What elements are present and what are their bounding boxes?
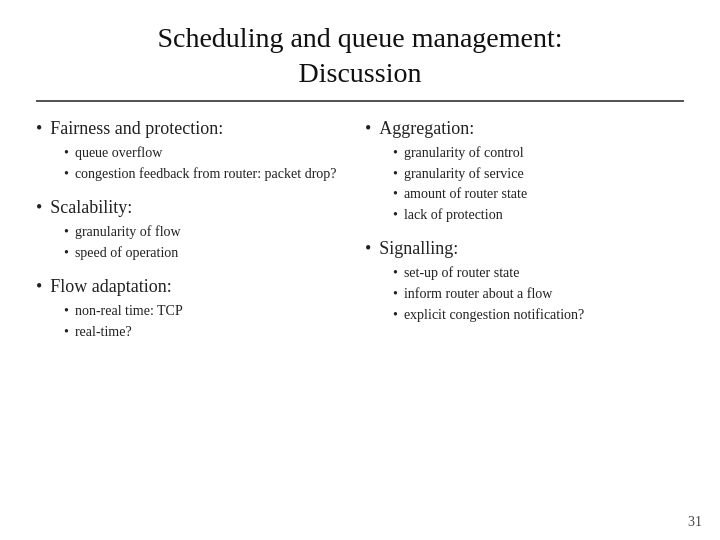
left-sub-0: • queue overflow • congestion feedback f… [64,143,355,183]
right-item-0: • Aggregation: • granularity of control … [365,118,684,230]
sub-bullet-icon: • [393,184,398,204]
sub-bullet-icon: • [393,263,398,283]
sub-text: real-time? [75,322,132,342]
sub-text: non-real time: TCP [75,301,183,321]
bullet-dot: • [36,276,42,297]
bullet-dot: • [365,238,371,259]
bullet-dot: • [36,118,42,139]
left-label-0: Fairness and protection: [50,118,223,139]
sub-text: speed of operation [75,243,178,263]
sub-bullet-icon: • [64,143,69,163]
sub-bullet-icon: • [64,222,69,242]
list-item: • inform router about a flow [393,284,684,304]
right-column: • Aggregation: • granularity of control … [365,118,684,520]
sub-bullet-icon: • [393,143,398,163]
list-item: • non-real time: TCP [64,301,355,321]
left-item-0: • Fairness and protection: • queue overf… [36,118,355,189]
sub-text: amount of router state [404,184,527,204]
title-line2: Discussion [299,57,422,88]
list-item: • real-time? [64,322,355,342]
list-item: • congestion feedback from router: packe… [64,164,355,184]
left-sub-2: • non-real time: TCP • real-time? [64,301,355,341]
right-bullet-1: • Signalling: [365,238,684,259]
sub-bullet-icon: • [64,322,69,342]
sub-text: inform router about a flow [404,284,553,304]
sub-bullet-icon: • [393,284,398,304]
list-item: • granularity of flow [64,222,355,242]
list-item: • queue overflow [64,143,355,163]
bullet-dot: • [365,118,371,139]
sub-text: queue overflow [75,143,162,163]
right-sub-0: • granularity of control • granularity o… [393,143,684,224]
right-label-0: Aggregation: [379,118,474,139]
sub-bullet-icon: • [393,305,398,325]
list-item: • granularity of service [393,164,684,184]
title-area: Scheduling and queue management: Discuss… [36,20,684,102]
sub-bullet-icon: • [64,164,69,184]
right-sub-1: • set-up of router state • inform router… [393,263,684,324]
list-item: • granularity of control [393,143,684,163]
list-item: • lack of protection [393,205,684,225]
sub-text: granularity of service [404,164,524,184]
sub-bullet-icon: • [64,243,69,263]
page-number: 31 [688,514,702,530]
right-item-1: • Signalling: • set-up of router state •… [365,238,684,330]
sub-bullet-icon: • [64,301,69,321]
bullet-dot: • [36,197,42,218]
sub-text: congestion feedback from router: packet … [75,164,337,184]
left-item-1: • Scalability: • granularity of flow • s… [36,197,355,268]
left-bullet-2: • Flow adaptation: [36,276,355,297]
title-line1: Scheduling and queue management: [157,22,562,53]
left-item-2: • Flow adaptation: • non-real time: TCP … [36,276,355,347]
slide-title: Scheduling and queue management: Discuss… [36,20,684,90]
slide: Scheduling and queue management: Discuss… [0,0,720,540]
sub-text: granularity of flow [75,222,181,242]
left-label-2: Flow adaptation: [50,276,171,297]
left-bullet-0: • Fairness and protection: [36,118,355,139]
sub-bullet-icon: • [393,205,398,225]
sub-bullet-icon: • [393,164,398,184]
right-label-1: Signalling: [379,238,458,259]
content-columns: • Fairness and protection: • queue overf… [36,118,684,520]
list-item: • set-up of router state [393,263,684,283]
list-item: • explicit congestion notification? [393,305,684,325]
right-bullet-0: • Aggregation: [365,118,684,139]
left-column: • Fairness and protection: • queue overf… [36,118,355,520]
left-bullet-1: • Scalability: [36,197,355,218]
left-sub-1: • granularity of flow • speed of operati… [64,222,355,262]
left-label-1: Scalability: [50,197,132,218]
list-item: • speed of operation [64,243,355,263]
list-item: • amount of router state [393,184,684,204]
sub-text: lack of protection [404,205,503,225]
sub-text: explicit congestion notification? [404,305,584,325]
sub-text: set-up of router state [404,263,519,283]
sub-text: granularity of control [404,143,524,163]
